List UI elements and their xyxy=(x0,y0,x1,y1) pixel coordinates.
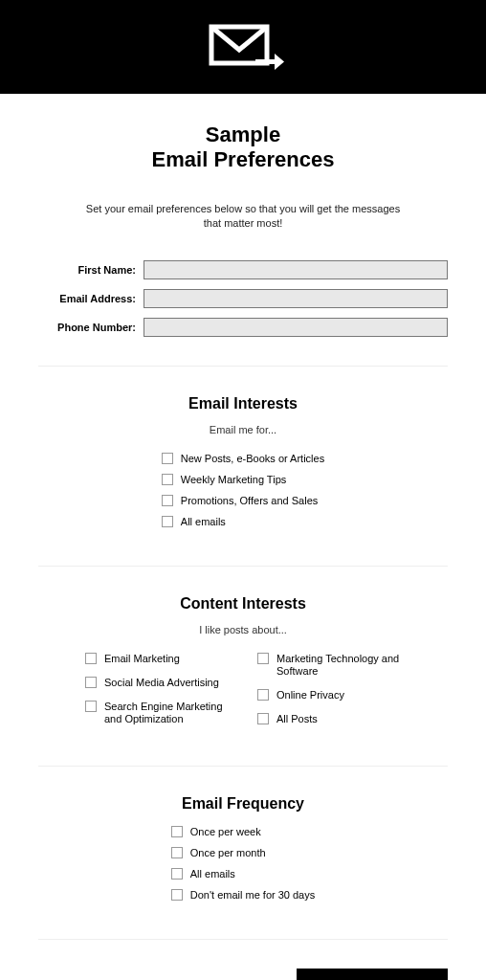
content-label: Search Engine Marketing and Optimization xyxy=(104,701,229,725)
interest-label: All emails xyxy=(181,516,226,527)
checkbox[interactable] xyxy=(257,653,269,664)
checkbox[interactable] xyxy=(162,453,173,464)
checkbox[interactable] xyxy=(257,689,269,701)
interest-option[interactable]: Promotions, Offers and Sales xyxy=(162,495,318,506)
checkbox[interactable] xyxy=(257,713,269,724)
checkbox[interactable] xyxy=(162,495,173,506)
email-frequency-list: Once per week Once per month All emails … xyxy=(171,826,316,910)
interest-label: Weekly Marketing Tips xyxy=(181,474,286,485)
page-title: Sample Email Preferences xyxy=(0,122,486,173)
checkbox[interactable] xyxy=(171,826,183,837)
title-line-2: Email Preferences xyxy=(152,147,335,171)
header-banner xyxy=(0,0,486,94)
content-label: Email Marketing xyxy=(104,653,180,665)
checkbox[interactable] xyxy=(171,868,183,880)
frequency-label: Once per week xyxy=(190,826,261,837)
email-forward-icon xyxy=(200,21,286,74)
divider xyxy=(38,366,448,367)
frequency-option[interactable]: Don't email me for 30 days xyxy=(171,889,316,901)
checkbox[interactable] xyxy=(162,516,173,527)
title-line-1: Sample xyxy=(206,122,280,146)
interest-option[interactable]: New Posts, e-Books or Articles xyxy=(162,453,324,464)
content-interests-grid: Email Marketing Social Media Advertising… xyxy=(0,653,486,738)
frequency-option[interactable]: Once per week xyxy=(171,826,261,837)
first-name-label: First Name: xyxy=(38,264,144,276)
content-option[interactable]: Marketing Technology and Software xyxy=(257,653,401,678)
content-option[interactable]: Online Privacy xyxy=(257,689,401,702)
email-label: Email Address: xyxy=(38,293,144,304)
email-interests-sub: Email me for... xyxy=(0,424,486,435)
email-input[interactable] xyxy=(144,289,448,308)
content-option[interactable]: Email Marketing xyxy=(85,653,229,665)
frequency-label: Once per month xyxy=(190,847,266,858)
field-phone: Phone Number: xyxy=(38,318,448,337)
email-frequency-heading: Email Frequency xyxy=(0,795,486,813)
divider xyxy=(38,566,448,567)
content-option[interactable]: Social Media Advertising xyxy=(85,677,229,689)
phone-input[interactable] xyxy=(144,318,448,337)
content-option[interactable]: Search Engine Marketing and Optimization xyxy=(85,701,229,725)
checkbox[interactable] xyxy=(162,474,173,485)
field-email: Email Address: xyxy=(38,289,448,308)
footer-row: Unsubscribe me from all emails Update My… xyxy=(0,969,486,980)
interest-option[interactable]: Weekly Marketing Tips xyxy=(162,474,286,485)
frequency-label: All emails xyxy=(190,868,235,880)
frequency-option[interactable]: Once per month xyxy=(171,847,266,858)
user-fields: First Name: Email Address: Phone Number: xyxy=(0,260,486,337)
content-interests-sub: I like posts about... xyxy=(0,624,486,635)
page-subtitle: Set your email preferences below so that… xyxy=(0,202,486,232)
content-col-1: Email Marketing Social Media Advertising… xyxy=(85,653,229,738)
content-option[interactable]: All Posts xyxy=(257,713,401,725)
interest-option[interactable]: All emails xyxy=(162,516,226,527)
divider xyxy=(38,939,448,940)
interest-label: Promotions, Offers and Sales xyxy=(181,495,318,506)
email-interests-list: New Posts, e-Books or Articles Weekly Ma… xyxy=(162,453,324,537)
checkbox[interactable] xyxy=(171,847,183,858)
frequency-label: Don't email me for 30 days xyxy=(190,889,316,901)
content-col-2: Marketing Technology and Software Online… xyxy=(257,653,401,738)
content-interests-heading: Content Interests xyxy=(0,595,486,612)
email-interests-heading: Email Interests xyxy=(0,395,486,412)
checkbox[interactable] xyxy=(85,653,97,664)
interest-label: New Posts, e-Books or Articles xyxy=(181,453,324,464)
content-label: All Posts xyxy=(276,713,318,725)
phone-label: Phone Number: xyxy=(38,322,144,333)
field-first-name: First Name: xyxy=(38,260,448,279)
checkbox[interactable] xyxy=(85,701,97,712)
frequency-option[interactable]: All emails xyxy=(171,868,235,880)
first-name-input[interactable] xyxy=(144,260,448,279)
update-preferences-button[interactable]: Update My Preferences xyxy=(297,969,448,980)
content-label: Online Privacy xyxy=(276,689,344,702)
checkbox[interactable] xyxy=(171,889,183,901)
checkbox[interactable] xyxy=(85,677,97,688)
svg-rect-1 xyxy=(255,59,275,64)
content-label: Social Media Advertising xyxy=(104,677,219,689)
divider xyxy=(38,766,448,767)
content-label: Marketing Technology and Software xyxy=(276,653,401,678)
